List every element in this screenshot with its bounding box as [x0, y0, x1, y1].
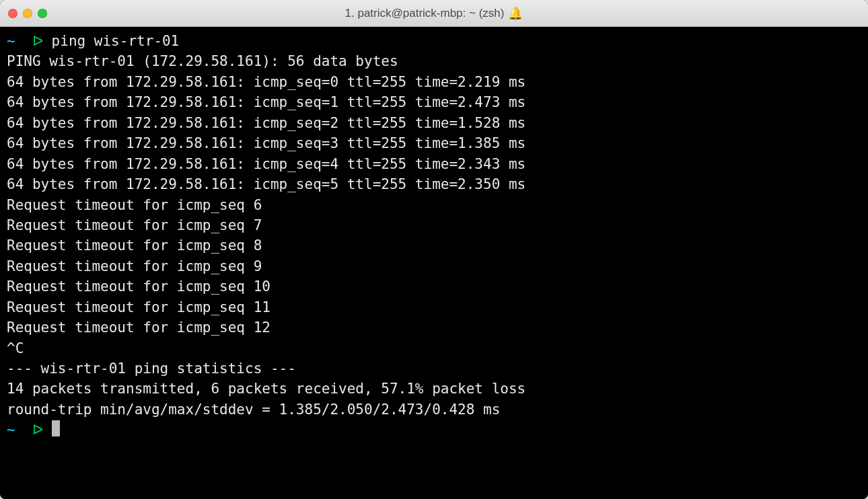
window-titlebar[interactable]: 1. patrick@patrick-mbp: ~ (zsh) 🔔	[0, 0, 868, 27]
output-line: 64 bytes from 172.29.58.161: icmp_seq=0 …	[7, 72, 861, 92]
output-line: Request timeout for icmp_seq 12	[7, 317, 861, 338]
output-line: 64 bytes from 172.29.58.161: icmp_seq=1 …	[7, 92, 861, 112]
output-line: Request timeout for icmp_seq 8	[7, 235, 861, 256]
prompt-cwd: ~	[7, 422, 15, 438]
close-button[interactable]	[8, 9, 17, 18]
output-line: Request timeout for icmp_seq 9	[7, 256, 861, 276]
output-line: Request timeout for icmp_seq 10	[7, 276, 861, 297]
output-line: 64 bytes from 172.29.58.161: icmp_seq=5 …	[7, 174, 861, 194]
terminal-body[interactable]: ~ ᐅ ping wis-rtr-01PING wis-rtr-01 (172.…	[0, 27, 868, 499]
output-line: --- wis-rtr-01 ping statistics ---	[7, 358, 861, 379]
output-line: Request timeout for icmp_seq 11	[7, 297, 861, 317]
output-line: PING wis-rtr-01 (172.29.58.161): 56 data…	[7, 51, 861, 71]
window-title: 1. patrick@patrick-mbp: ~ (zsh) 🔔	[0, 6, 868, 21]
terminal-window: 1. patrick@patrick-mbp: ~ (zsh) 🔔 ~ ᐅ pi…	[0, 0, 868, 499]
output-line: ^C	[7, 338, 861, 358]
output-line: 14 packets transmitted, 6 packets receiv…	[7, 379, 861, 399]
output-line: 64 bytes from 172.29.58.161: icmp_seq=4 …	[7, 154, 861, 174]
cursor	[52, 420, 60, 436]
output-line: round-trip min/avg/max/stddev = 1.385/2.…	[7, 399, 861, 420]
zoom-button[interactable]	[38, 9, 47, 18]
prompt-symbol: ᐅ	[32, 33, 43, 49]
minimize-button[interactable]	[23, 9, 32, 18]
prompt-line: ~ ᐅ ping wis-rtr-01	[7, 31, 861, 51]
command-text: ping wis-rtr-01	[52, 33, 180, 49]
traffic-lights	[0, 9, 47, 18]
prompt-symbol: ᐅ	[32, 422, 43, 438]
output-line: Request timeout for icmp_seq 7	[7, 215, 861, 235]
output-line: Request timeout for icmp_seq 6	[7, 195, 861, 215]
window-title-text: 1. patrick@patrick-mbp: ~ (zsh)	[345, 7, 505, 20]
prompt-cwd: ~	[7, 33, 15, 49]
output-line: 64 bytes from 172.29.58.161: icmp_seq=3 …	[7, 133, 861, 153]
output-line: 64 bytes from 172.29.58.161: icmp_seq=2 …	[7, 113, 861, 133]
bell-icon: 🔔	[508, 6, 523, 21]
prompt-line-empty: ~ ᐅ	[7, 420, 861, 440]
